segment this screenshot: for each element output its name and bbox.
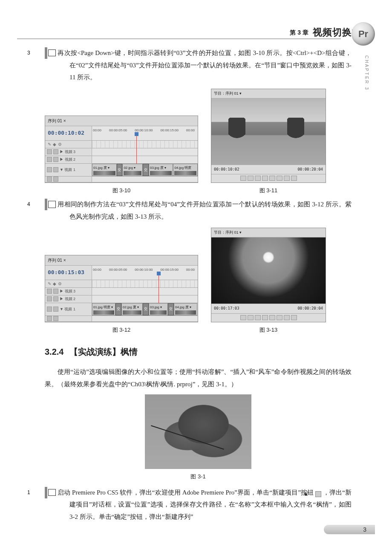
new-project-icon: ▣	[315, 491, 321, 497]
play-button[interactable]	[255, 315, 261, 320]
transition-1[interactable]: 交	[115, 303, 121, 315]
step-number: 4	[48, 201, 56, 208]
figure-3-11: 节目：序列 01 ▾ 00:00:10:02 00:00:20:04	[211, 89, 326, 196]
mark-in-button[interactable]	[284, 315, 290, 320]
clip-04[interactable]: 04.jpg 度 ▾	[174, 303, 197, 315]
timecode-display[interactable]: 00:00:15:03	[45, 266, 92, 280]
timeline-panel: 序列 01 × 00:00:15:03 00:0000:00:05:0000:0…	[45, 255, 198, 322]
figure-row-1: 序列 01 × 00:00:10:02 00:0000:00:05:0000:0…	[45, 89, 352, 196]
section-title-text: 【实战演练】枫情	[69, 347, 138, 356]
playback-controls	[211, 174, 326, 182]
current-timecode[interactable]: 00:00:10:02	[214, 166, 239, 173]
lock-icon[interactable]	[53, 157, 58, 162]
track-header-v1[interactable]: ▼ 视频 1	[45, 164, 92, 176]
eye-icon[interactable]	[47, 289, 52, 294]
figure-caption: 图 3-12	[112, 325, 131, 336]
transition-2[interactable]: 交	[143, 164, 149, 176]
step-fwd-button[interactable]	[262, 176, 268, 181]
section-heading: 3.2.4【实战演练】枫情	[45, 344, 352, 360]
step-label: 步骤	[45, 47, 47, 59]
track-header-v3[interactable]: ▶ 视频 3	[45, 288, 92, 295]
monitor-tab[interactable]: 节目：序列 01 ▾	[211, 89, 326, 98]
toggle-icon[interactable]	[53, 177, 58, 182]
track-header-v2[interactable]: ▶ 视频 2	[45, 295, 92, 303]
toggle-icon[interactable]	[53, 316, 58, 321]
loop-button[interactable]	[277, 176, 282, 181]
program-monitor: 节目：序列 01 ▾ 00:00:10:02 00:00:20:04	[211, 89, 326, 183]
step-back-button[interactable]	[248, 176, 254, 181]
timeline-panel: 序列 01 × 00:00:10:02 00:0000:00:05:0000:0…	[45, 116, 198, 183]
lock-icon[interactable]	[53, 167, 58, 172]
monitor-tab[interactable]: 节目：序列 01 ▾	[211, 228, 326, 237]
marker-icon[interactable]: ◆	[53, 140, 56, 148]
lock-icon[interactable]	[53, 307, 58, 312]
maple-leaves-image	[145, 394, 251, 469]
sequence-tab[interactable]: 序列 01 ×	[45, 116, 198, 126]
timecode-display[interactable]: 00:00:10:02	[45, 126, 92, 140]
clip-01[interactable]: 01.jpg 度 ▾	[92, 164, 117, 176]
loop-button[interactable]	[277, 315, 282, 320]
timeline-scrubber[interactable]	[92, 280, 198, 287]
lock-icon[interactable]	[53, 289, 58, 294]
marker-icon[interactable]: ◆	[53, 280, 56, 288]
eye-icon[interactable]	[47, 296, 52, 301]
clip-04[interactable]: 04.jpg 明度	[173, 164, 198, 176]
time-ruler[interactable]: 00:0000:00:05:0000:00:10:0000:00:15:0000…	[92, 126, 198, 140]
timeline-scrubber[interactable]	[92, 141, 198, 148]
eye-icon[interactable]	[47, 307, 52, 312]
transition-1[interactable]: 交	[117, 164, 123, 176]
time-ruler[interactable]: 00:0000:00:05:0000:00:10:0000:00:15:0000…	[92, 266, 198, 280]
figure-3-13: 节目：序列 01 ▾ 00:00:17:03 00:00:20:04	[211, 228, 326, 335]
chapter-number: 第 3 章	[290, 27, 308, 38]
transition-3[interactable]: 交	[168, 303, 174, 315]
preview-image	[211, 98, 326, 165]
mark-out-button[interactable]	[291, 176, 297, 181]
snap-icon[interactable]: ✎	[48, 280, 51, 288]
mark-in-button[interactable]	[284, 176, 290, 181]
clip-03[interactable]: 03.jpg ▾	[149, 303, 168, 315]
wrench-icon[interactable]: ⚙	[58, 140, 62, 148]
eye-icon[interactable]	[47, 157, 52, 162]
step-back-button[interactable]	[248, 315, 254, 320]
track-header-v3[interactable]: ▶ 视频 3	[45, 148, 92, 156]
figure-caption: 图 3-11	[259, 185, 278, 196]
track-header-v2[interactable]: ▶ 视频 2	[45, 156, 92, 163]
next-button[interactable]	[269, 176, 275, 181]
video-track-1[interactable]: 01.jpg 度 ▾ 交 02.jpg ▾ 交 03.jpg 度 ▾ 04.jp…	[92, 164, 198, 176]
clip-02[interactable]: 02.jpg ▾	[122, 164, 143, 176]
clip-03[interactable]: 03.jpg 度 ▾	[149, 164, 173, 176]
step-fwd-button[interactable]	[262, 315, 268, 320]
wrench-icon[interactable]: ⚙	[58, 280, 62, 288]
playback-controls	[211, 313, 326, 322]
section-intro-paragraph: 使用“运动”选项编辑图像的大小和位置等；使用“抖动溶解”、“插入”和“风车”命令…	[45, 366, 352, 390]
step-number: 1	[48, 489, 56, 496]
track-controls	[45, 316, 92, 321]
prev-button[interactable]	[240, 315, 246, 320]
snap-icon[interactable]: ✎	[48, 140, 51, 148]
sequence-tab[interactable]: 序列 01 ×	[45, 255, 198, 266]
mark-out-button[interactable]	[291, 315, 297, 320]
toggle-icon[interactable]	[47, 177, 52, 182]
transition-2[interactable]: 交	[143, 303, 149, 315]
prev-button[interactable]	[240, 176, 246, 181]
step-3-text: 再次按<Page Down>键，时间指示器转到“03”文件的开始位置，如图 3-…	[58, 49, 352, 81]
step-number: 3	[48, 49, 56, 56]
clip-02[interactable]: 02.jpg 夏 ▾	[121, 303, 143, 315]
clip-01[interactable]: 01.jpg 明度 ▾	[92, 303, 115, 315]
track-header-v1[interactable]: ▼ 视频 1	[45, 303, 92, 315]
toggle-icon[interactable]	[47, 316, 52, 321]
lock-icon[interactable]	[53, 296, 58, 301]
premiere-logo-icon: Pr	[352, 22, 375, 46]
next-button[interactable]	[269, 315, 275, 320]
step-label: 步骤	[45, 199, 47, 210]
lock-icon[interactable]	[53, 149, 58, 154]
timeline-tools: ✎ ◆ ⚙	[45, 141, 92, 148]
figure-caption: 图 3-1	[190, 472, 205, 482]
step-3-paragraph: 步骤3再次按<Page Down>键，时间指示器转到“03”文件的开始位置，如图…	[45, 47, 352, 84]
play-button[interactable]	[255, 176, 261, 181]
eye-icon[interactable]	[47, 167, 52, 172]
video-track-1[interactable]: 01.jpg 明度 ▾ 交 02.jpg 夏 ▾ 交 03.jpg ▾ 交 04…	[92, 303, 198, 315]
eye-icon[interactable]	[47, 149, 52, 154]
page-number-badge: 3	[324, 525, 375, 534]
current-timecode[interactable]: 00:00:17:03	[214, 305, 239, 312]
